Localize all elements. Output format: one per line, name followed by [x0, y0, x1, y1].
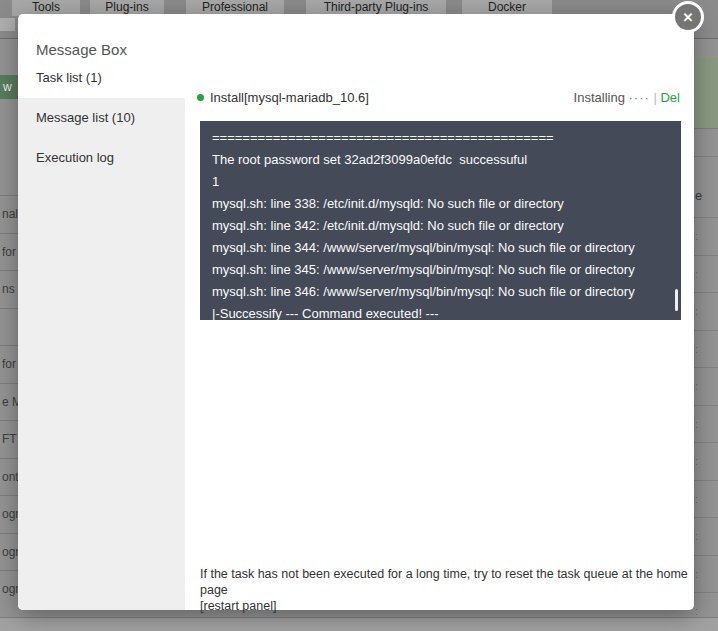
install-log-console[interactable]: ========================================… [200, 121, 681, 320]
task-status-separator: | [653, 90, 656, 105]
background-header-fragment: e [695, 188, 702, 203]
close-icon: ✕ [683, 10, 694, 25]
background-row-fragment: ogr [0, 495, 18, 533]
screen: ToolsPlug-insProfessionalThird-party Plu… [0, 0, 718, 631]
background-link-fragment: : [694, 217, 718, 255]
console-log-line: mysql.sh: line 342: /etc/init.d/mysqld: … [212, 215, 669, 237]
task-status-dot [197, 94, 204, 101]
task-delete-link[interactable]: Del [660, 90, 680, 105]
sidebar-tab[interactable]: Task list (1) [18, 58, 185, 98]
dialog-title: Message Box [36, 41, 127, 58]
background-row-fragment: ns s [0, 270, 18, 308]
background-footer [0, 618, 718, 631]
task-status-label: Installing [574, 90, 625, 105]
background-page-corner [0, 18, 15, 31]
background-row-fragment: ogr [0, 533, 18, 571]
hint-line: If the task has not been executed for a … [200, 566, 700, 598]
background-link-fragment: : [694, 405, 718, 443]
console-log-line: |-Successify --- Command executed! --- [212, 303, 669, 320]
background-row-fragment: for [0, 233, 18, 271]
background-link-fragment: : [694, 517, 718, 555]
background-row-fragment: e M [0, 383, 18, 421]
dialog-sidebar: Task list (1)Message list (10)Execution … [18, 58, 185, 610]
message-box-dialog: Message Box ✕ Task list (1)Message list … [18, 14, 694, 610]
console-log-line: mysql.sh: line 338: /etc/init.d/mysqld: … [212, 193, 669, 215]
background-divider [694, 156, 718, 157]
console-log-line: mysql.sh: line 344: /www/server/mysql/bi… [212, 237, 669, 259]
task-name: Install[mysql-mariadb_10.6] [210, 90, 369, 105]
console-scrollbar-thumb[interactable] [675, 289, 678, 311]
background-row-fragment [0, 308, 18, 346]
background-row-fragment: ont [0, 458, 18, 496]
background-row-fragment: nal [0, 195, 18, 233]
background-row-fragment: FT [0, 420, 18, 458]
background-table-left-strip: nalforns sfore MFTontogrogrogr [0, 195, 18, 608]
background-link-fragment: : [694, 255, 718, 293]
console-log-line: mysql.sh: line 346: /www/server/mysql/bi… [212, 281, 669, 303]
task-queue-hint: If the task has not been executed for a … [200, 566, 700, 614]
background-green-band [694, 57, 718, 129]
sidebar-tab[interactable]: Execution log [18, 138, 185, 178]
background-link-fragment: : [694, 330, 718, 368]
sidebar-tab[interactable]: Message list (10) [18, 98, 185, 138]
background-row-fragment: ogr [0, 570, 18, 608]
hint-line: [restart panel] [200, 598, 700, 614]
background-link-fragment: : [694, 367, 718, 405]
background-link-fragment: : [694, 442, 718, 480]
background-link-fragment: : [694, 480, 718, 518]
console-log-line: ========================================… [212, 127, 669, 149]
console-log-line: 1 [212, 171, 669, 193]
close-button[interactable]: ✕ [672, 1, 704, 33]
background-green-button-fragment: w [0, 75, 18, 99]
task-status-loading-dots: ···· [629, 90, 650, 105]
background-row-fragment: for [0, 345, 18, 383]
task-status: Installing ···· | Del [574, 90, 680, 105]
console-log-line: The root password set 32ad2f3099a0efdc s… [212, 149, 669, 171]
console-log-line: mysql.sh: line 345: /www/server/mysql/bi… [212, 259, 669, 281]
background-link-fragment: : [694, 292, 718, 330]
